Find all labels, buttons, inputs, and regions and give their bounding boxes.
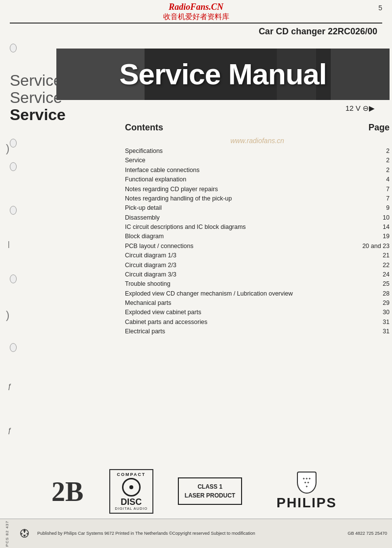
contents-item-label: Mechanical parts <box>125 299 360 308</box>
binding-hole-2 <box>10 139 17 148</box>
contents-item-page: 20 and 23 <box>360 242 390 251</box>
contents-item-label: Circuit diagram 2/3 <box>125 261 360 270</box>
compact-disc-mid: DISC <box>121 498 142 506</box>
contents-item-label: Service <box>125 156 360 165</box>
footer-gb-code: GB 4822 725 25470 <box>347 531 387 536</box>
footer-info-bar: PCS 82 437 Published by Philips Car Syst… <box>0 519 392 548</box>
contents-item-page: 29 <box>360 299 390 308</box>
contents-watermark: www.radiofans.cn <box>125 137 390 145</box>
contents-item-label: Notes regarding handling of the pick-up <box>125 194 360 203</box>
contents-item-page: 9 <box>360 203 390 213</box>
contents-item-page: 31 <box>360 327 390 336</box>
table-row: Service2 <box>125 156 390 165</box>
contents-item-label: Disassembly <box>125 213 360 223</box>
class1-line2: LASER PRODUCT <box>185 491 235 500</box>
radiofans-title: RadioFans.CN <box>0 2 392 12</box>
binding-hole-4 <box>10 206 17 215</box>
bracket-mark-2: ) <box>6 309 9 322</box>
binding-hole-1 <box>10 44 17 52</box>
product-title: Car CD changer 22RC026/00 <box>259 26 377 37</box>
recycle-icon <box>19 528 30 539</box>
contents-list: Specifications2Service2Interface cable c… <box>125 147 390 337</box>
chinese-subtitle: 收音机爱好者资料库 <box>0 12 392 22</box>
tick-mark-1: | <box>8 240 10 248</box>
footer: 2B COMPACT DISC DIGITAL AUDIO CLASS 1 LA… <box>0 464 392 548</box>
contents-item-page: 2 <box>360 156 390 165</box>
class1-laser-box: CLASS 1 LASER PRODUCT <box>178 477 242 505</box>
table-row: Circuit diagram 3/324 <box>125 270 390 279</box>
contents-item-page: 22 <box>360 261 390 270</box>
bracket-mark-1: ) <box>6 142 9 155</box>
compact-disc-top: COMPACT <box>117 472 146 477</box>
table-row: Block diagram19 <box>125 232 390 241</box>
table-row: Electrical parts31 <box>125 327 390 336</box>
table-row: Specifications2 <box>125 147 390 156</box>
tick-mark-2: ƒ <box>8 382 12 390</box>
contents-item-label: Circuit diagram 3/3 <box>125 270 360 279</box>
table-row: Cabinet parts and accessories31 <box>125 318 390 327</box>
table-row: Functional explanation4 <box>125 175 390 184</box>
contents-item-page: 21 <box>360 251 390 260</box>
contents-item-page: 25 <box>360 279 390 289</box>
contents-item-label: Interface cable connections <box>125 166 360 175</box>
left-panel: Service Service Service <box>7 39 47 337</box>
banner-text: Service Manual <box>120 57 327 91</box>
voltage-label: 12 V ⊖▶ <box>47 100 390 113</box>
contents-item-label: Specifications <box>125 147 360 156</box>
contents-item-label: Electrical parts <box>125 327 360 336</box>
table-row: Disassembly10 <box>125 213 390 223</box>
disc-inner <box>129 485 133 489</box>
table-row: Mechanical parts29 <box>125 299 390 308</box>
pcs-label-vertical: PCS 82 437 <box>5 521 9 547</box>
service-line-2: Service <box>10 89 47 106</box>
contents-section: Contents Page www.radiofans.cn Specifica… <box>125 123 390 337</box>
right-panel: Service Manual 12 V ⊖▶ Contents Page www… <box>47 39 390 337</box>
table-row: Trouble shooting25 <box>125 279 390 289</box>
contents-item-page: 10 <box>360 213 390 223</box>
footer-logos-row: 2B COMPACT DISC DIGITAL AUDIO CLASS 1 LA… <box>0 464 392 519</box>
binding-hole-5 <box>10 274 17 283</box>
contents-item-label: Notes regarding CD player repairs <box>125 185 360 194</box>
service-line-1: Service <box>10 72 47 89</box>
product-title-row: Car CD changer 22RC026/00 <box>0 24 392 39</box>
philips-logo-area: ✦✦✦ ✦✦ ✦ PHILIPS <box>276 472 337 511</box>
contents-item-page: 7 <box>360 185 390 194</box>
table-row: Pick-up detail9 <box>125 203 390 213</box>
table-row: Exploded view CD changer mechanism / Lub… <box>125 289 390 299</box>
tick-mark-3: ƒ <box>8 426 12 434</box>
contents-item-label: Functional explanation <box>125 175 360 184</box>
contents-item-label: Exploded view CD changer mechanism / Lub… <box>125 289 360 299</box>
table-row: PCB layout / connections20 and 23 <box>125 242 390 251</box>
contents-item-page: 2 <box>360 147 390 156</box>
contents-item-page: 31 <box>360 318 390 327</box>
contents-item-page: 24 <box>360 270 390 279</box>
contents-item-page: 30 <box>360 308 390 317</box>
table-row: Notes regarding handling of the pick-up7 <box>125 194 390 203</box>
contents-item-page: 14 <box>360 223 390 232</box>
contents-item-label: Exploded view cabinet parts <box>125 308 360 317</box>
compact-disc-bottom: DIGITAL AUDIO <box>115 506 147 511</box>
top-bar: RadioFans.CN 收音机爱好者资料库 <box>0 0 392 23</box>
page-number: 5 <box>378 4 382 12</box>
contents-header-row: Contents Page <box>125 123 390 133</box>
service-text-area: Service Service Service <box>7 72 47 124</box>
contents-item-label: Trouble shooting <box>125 279 360 289</box>
logo-2b: 2B <box>50 475 85 507</box>
contents-item-page: 28 <box>360 289 390 299</box>
contents-item-page: 19 <box>360 232 390 241</box>
compact-disc-logo: COMPACT DISC DIGITAL AUDIO <box>109 469 153 514</box>
contents-item-label: PCB layout / connections <box>125 242 360 251</box>
contents-item-label: Cabinet parts and accessories <box>125 318 360 327</box>
table-row: Notes regarding CD player repairs7 <box>125 185 390 194</box>
footer-info-text: Published by Philips Car Systems 9672 Pr… <box>37 531 340 536</box>
table-row: Circuit diagram 2/322 <box>125 261 390 270</box>
contents-item-page: 4 <box>360 175 390 184</box>
table-row: IC circuit descriptions and IC block dia… <box>125 223 390 232</box>
philips-shield: ✦✦✦ ✦✦ ✦ <box>297 472 317 494</box>
contents-item-label: Circuit diagram 1/3 <box>125 251 360 260</box>
svg-text:2B: 2B <box>51 476 83 505</box>
contents-item-label: Block diagram <box>125 232 360 241</box>
service-line-3: Service <box>10 106 47 124</box>
contents-heading: Contents <box>125 123 163 133</box>
contents-item-label: IC circuit descriptions and IC block dia… <box>125 223 360 232</box>
